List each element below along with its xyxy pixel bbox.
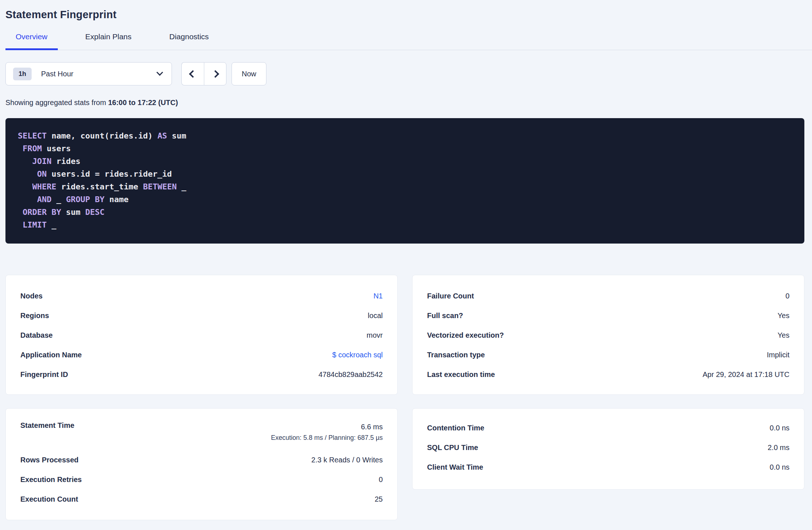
info-row: Vectorized execution? Yes <box>427 325 789 345</box>
stats-summary-range: 16:00 to 17:22 (UTC) <box>108 99 178 107</box>
row-value: movr <box>367 331 383 340</box>
info-row: Statement Time 6.6 ms Execution: 5.8 ms … <box>20 418 383 450</box>
statement-fingerprint-page: Statement Fingerprint Overview Explain P… <box>0 0 812 520</box>
info-row: Nodes N1 <box>20 286 383 306</box>
time-range-label: Past Hour <box>41 70 73 78</box>
time-nav-group <box>181 62 226 85</box>
row-label: Nodes <box>20 292 43 300</box>
row-label: Client Wait Time <box>427 463 483 471</box>
time-range-selector[interactable]: 1h Past Hour <box>5 62 172 85</box>
info-row: Execution Count 25 <box>20 489 383 509</box>
row-label: Fingerprint ID <box>20 370 68 379</box>
sql-box: SELECT name, count(rides.id) AS sum FROM… <box>5 118 804 244</box>
row-value: 2.3 k Reads / 0 Writes <box>311 456 383 464</box>
info-card-left: Nodes N1 Regions local Database movr App… <box>5 275 398 395</box>
info-row: Application Name $ cockroach sql <box>20 345 383 365</box>
timing-card-left: Statement Time 6.6 ms Execution: 5.8 ms … <box>5 408 398 520</box>
time-controls: 1h Past Hour Now <box>5 62 804 85</box>
row-value: 0.0 ns <box>770 463 789 471</box>
info-row: Database movr <box>20 325 383 345</box>
row-value: Yes <box>777 312 789 320</box>
sql-code: SELECT name, count(rides.id) AS sum FROM… <box>18 129 792 231</box>
info-cards-row: Nodes N1 Regions local Database movr App… <box>5 275 804 395</box>
last-execution-time-value: Apr 29, 2024 at 17:18 UTC <box>703 370 789 379</box>
tab-diagnostics[interactable]: Diagnostics <box>159 32 219 50</box>
row-value: Implicit <box>767 351 789 359</box>
row-label: Vectorized execution? <box>427 331 504 340</box>
statement-time-sub: Execution: 5.8 ms / Planning: 687.5 µs <box>271 432 383 443</box>
row-label: Last execution time <box>427 370 495 379</box>
row-value: 0 <box>785 292 789 300</box>
info-row: Rows Processed 2.3 k Reads / 0 Writes <box>20 450 383 470</box>
fingerprint-id-value: 4784cb829aab2542 <box>318 370 383 379</box>
info-row: SQL CPU Time 2.0 ms <box>427 438 789 457</box>
chevron-left-icon <box>189 70 197 77</box>
info-row: Full scan? Yes <box>427 306 789 325</box>
tab-explain-plans[interactable]: Explain Plans <box>75 32 142 50</box>
info-row: Regions local <box>20 306 383 325</box>
row-value: 25 <box>375 495 383 503</box>
tab-bar: Overview Explain Plans Diagnostics <box>5 32 812 50</box>
info-row: Failure Count 0 <box>427 286 789 306</box>
row-label: Transaction type <box>427 351 485 359</box>
info-row: Contention Time 0.0 ns <box>427 418 789 438</box>
row-label: Statement Time <box>20 421 75 430</box>
time-range-badge: 1h <box>13 68 32 80</box>
info-row: Transaction type Implicit <box>427 345 789 365</box>
info-row: Client Wait Time 0.0 ns <box>427 457 789 477</box>
row-value: 0.0 ns <box>770 424 789 432</box>
page-title: Statement Fingerprint <box>5 9 804 21</box>
info-row: Last execution time Apr 29, 2024 at 17:1… <box>427 365 789 384</box>
now-button[interactable]: Now <box>232 62 266 85</box>
row-label: Rows Processed <box>20 456 79 464</box>
row-label: SQL CPU Time <box>427 443 478 452</box>
chevron-down-icon <box>156 69 163 76</box>
stats-summary-prefix: Showing aggregated stats from <box>5 99 108 107</box>
row-label: Failure Count <box>427 292 474 300</box>
row-label: Regions <box>20 312 49 320</box>
prev-time-button[interactable] <box>181 62 204 85</box>
row-label: Execution Count <box>20 495 78 503</box>
info-row: Fingerprint ID 4784cb829aab2542 <box>20 365 383 384</box>
row-label: Execution Retries <box>20 475 82 484</box>
row-label: Full scan? <box>427 312 463 320</box>
info-card-right: Failure Count 0 Full scan? Yes Vectorize… <box>412 275 804 395</box>
stats-summary: Showing aggregated stats from 16:00 to 1… <box>5 99 804 107</box>
row-value: 0 <box>379 475 383 484</box>
row-value: Yes <box>777 331 789 340</box>
tab-overview[interactable]: Overview <box>5 32 58 50</box>
timing-card-right: Contention Time 0.0 ns SQL CPU Time 2.0 … <box>412 408 804 490</box>
chevron-right-icon <box>211 70 219 77</box>
app-name-link[interactable]: $ cockroach sql <box>332 351 383 359</box>
row-value: 2.0 ms <box>768 443 789 452</box>
row-value: local <box>368 312 383 320</box>
row-label: Database <box>20 331 53 340</box>
statement-time-values: 6.6 ms Execution: 5.8 ms / Planning: 687… <box>271 421 383 443</box>
info-row: Execution Retries 0 <box>20 470 383 489</box>
nodes-link[interactable]: N1 <box>373 292 383 300</box>
row-value: 6.6 ms <box>361 421 383 432</box>
row-label: Application Name <box>20 351 82 359</box>
row-label: Contention Time <box>427 424 484 432</box>
timing-cards-row: Statement Time 6.6 ms Execution: 5.8 ms … <box>5 408 804 520</box>
next-time-button[interactable] <box>204 62 226 85</box>
